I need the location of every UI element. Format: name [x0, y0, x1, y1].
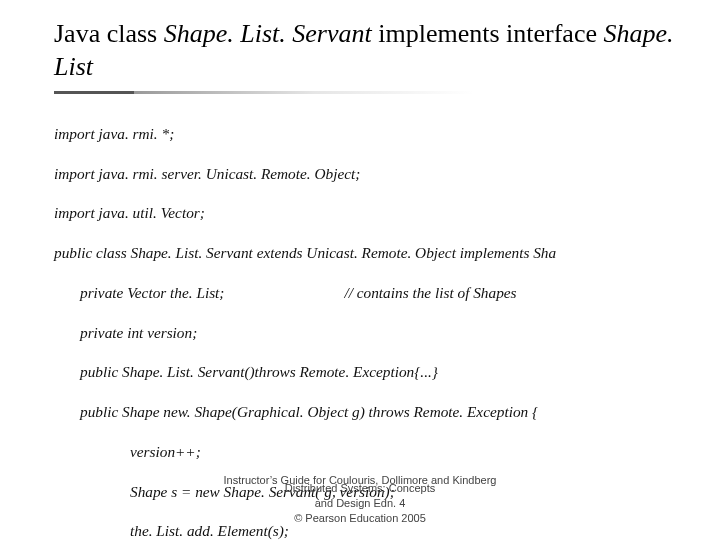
title-underline [54, 91, 686, 94]
footer: Instructor’s Guide for Coulouris, Dollim… [0, 467, 720, 526]
code-text: private Vector the. List; [80, 284, 224, 301]
slide: Java class Shape. List. Servant implemen… [0, 0, 720, 540]
footer-line: and Design Edn. 4 [0, 496, 720, 511]
code-line: public Shape. List. Servant()throws Remo… [54, 362, 686, 382]
code-line: private Vector the. List;// contains the… [54, 283, 686, 303]
footer-line: © Pearson Education 2005 [0, 511, 720, 526]
code-line: public class Shape. List. Servant extend… [54, 243, 686, 263]
code-line: public Shape new. Shape(Graphical. Objec… [54, 402, 686, 422]
footer-overlap-line: Instructor’s Guide for Coulouris, Dollim… [0, 473, 720, 488]
code-comment: // contains the list of Shapes [224, 284, 516, 301]
page-title: Java class Shape. List. Servant implemen… [54, 18, 686, 83]
code-line: private int version; [54, 323, 686, 343]
title-text-1: Java class [54, 19, 164, 48]
title-text-2: implements interface [372, 19, 604, 48]
code-line: import java. rmi. *; [54, 124, 686, 144]
code-line: import java. rmi. server. Unicast. Remot… [54, 164, 686, 184]
code-line: version++; [54, 442, 686, 462]
title-italic-1: Shape. List. Servant [164, 19, 372, 48]
code-line: import java. util. Vector; [54, 203, 686, 223]
